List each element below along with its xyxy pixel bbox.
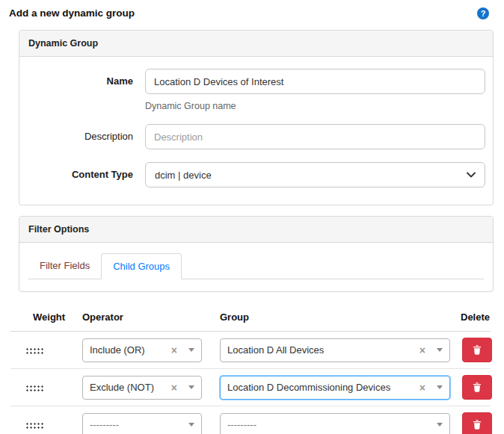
trash-icon bbox=[472, 419, 482, 430]
filter-options-panel: Filter Options Filter Fields Child Group… bbox=[19, 216, 494, 292]
delete-button[interactable] bbox=[462, 375, 492, 400]
drag-handle[interactable] bbox=[25, 422, 44, 429]
table-row: --------- --------- bbox=[10, 406, 491, 434]
clear-icon[interactable]: × bbox=[171, 382, 177, 393]
operator-select[interactable]: Exclude (NOT) × bbox=[82, 376, 202, 400]
name-help-text: Dynamic Group name bbox=[145, 101, 485, 111]
group-cell: Location D Decommissioning Devices × bbox=[220, 376, 456, 400]
name-control-col: Dynamic Group name bbox=[145, 69, 485, 111]
content-type-control-col: dcim | device bbox=[145, 162, 485, 187]
filter-options-panel-title: Filter Options bbox=[19, 217, 493, 243]
chevron-down-icon bbox=[467, 172, 476, 178]
content-type-value: dcim | device bbox=[155, 170, 467, 181]
group-select[interactable]: Location D Decommissioning Devices × bbox=[220, 376, 450, 400]
trash-icon bbox=[472, 344, 482, 356]
group-select[interactable]: --------- bbox=[220, 413, 450, 434]
table-header-row: Weight Operator Group Delete bbox=[10, 309, 491, 332]
filter-options-panel-body: Filter Fields Child Groups bbox=[19, 243, 493, 291]
caret-down-icon bbox=[437, 348, 443, 352]
group-cell: --------- bbox=[220, 413, 456, 434]
dynamic-group-panel: Dynamic Group Name Dynamic Group name De… bbox=[19, 30, 494, 205]
group-select[interactable]: Location D All Devices × bbox=[220, 338, 450, 362]
operator-cell: Include (OR) × bbox=[82, 338, 220, 362]
caret-down-icon bbox=[437, 423, 443, 427]
caret-down-icon bbox=[188, 385, 194, 389]
operator-cell: --------- bbox=[82, 413, 220, 434]
weight-cell bbox=[22, 418, 82, 432]
tab-child-groups[interactable]: Child Groups bbox=[101, 253, 182, 279]
description-label: Description bbox=[19, 124, 145, 142]
drag-handle[interactable] bbox=[25, 347, 44, 354]
clear-icon[interactable]: × bbox=[171, 345, 177, 356]
delete-button[interactable] bbox=[462, 412, 492, 434]
operator-select[interactable]: Include (OR) × bbox=[82, 338, 202, 362]
group-value: Location D All Devices bbox=[227, 344, 415, 356]
weight-cell bbox=[22, 344, 82, 357]
col-header-group: Group bbox=[220, 311, 456, 323]
content-type-select[interactable]: dcim | device bbox=[145, 162, 485, 187]
col-header-delete: Delete bbox=[456, 311, 490, 323]
dynamic-group-panel-title: Dynamic Group bbox=[19, 31, 493, 57]
delete-button[interactable] bbox=[462, 338, 492, 362]
group-value: --------- bbox=[227, 419, 434, 430]
tab-filter-fields[interactable]: Filter Fields bbox=[28, 253, 101, 279]
operator-value: Exclude (NOT) bbox=[90, 382, 167, 393]
help-icon[interactable]: ? bbox=[477, 7, 489, 19]
delete-cell bbox=[456, 338, 492, 362]
delete-cell bbox=[456, 412, 492, 434]
child-groups-table: Weight Operator Group Delete Include (OR… bbox=[10, 309, 491, 434]
drag-handle[interactable] bbox=[25, 385, 44, 391]
operator-value: Include (OR) bbox=[90, 344, 167, 356]
trash-icon bbox=[472, 382, 482, 393]
table-row: Exclude (NOT) × Location D Decommissioni… bbox=[10, 369, 491, 406]
description-control-col bbox=[145, 124, 485, 149]
weight-cell bbox=[22, 381, 82, 394]
caret-down-icon bbox=[437, 385, 443, 389]
operator-select[interactable]: --------- bbox=[82, 413, 202, 434]
name-input[interactable] bbox=[145, 69, 485, 94]
page: Add a new dynamic group ? Dynamic Group … bbox=[0, 0, 504, 434]
delete-cell bbox=[456, 375, 492, 400]
col-header-operator: Operator bbox=[82, 311, 220, 323]
form-group-content-type: Content Type dcim | device bbox=[19, 162, 485, 187]
group-cell: Location D All Devices × bbox=[220, 338, 456, 362]
form-group-name: Name Dynamic Group name bbox=[19, 69, 485, 111]
clear-icon[interactable]: × bbox=[420, 382, 425, 393]
page-title: Add a new dynamic group bbox=[9, 7, 135, 19]
operator-cell: Exclude (NOT) × bbox=[82, 376, 220, 400]
operator-value: --------- bbox=[90, 419, 185, 430]
filter-tabs: Filter Fields Child Groups bbox=[28, 250, 484, 279]
dynamic-group-panel-body: Name Dynamic Group name Description Cont… bbox=[19, 57, 493, 205]
table-row: Include (OR) × Location D All Devices × bbox=[10, 332, 491, 369]
content-type-label: Content Type bbox=[19, 162, 145, 180]
form-group-description: Description bbox=[19, 124, 485, 149]
page-header: Add a new dynamic group ? bbox=[7, 6, 494, 19]
description-input[interactable] bbox=[145, 124, 485, 149]
col-header-weight: Weight bbox=[22, 311, 82, 323]
clear-icon[interactable]: × bbox=[420, 345, 425, 356]
name-label: Name bbox=[19, 69, 145, 87]
caret-down-icon bbox=[188, 348, 194, 352]
caret-down-icon bbox=[188, 423, 194, 427]
group-value: Location D Decommissioning Devices bbox=[227, 382, 415, 393]
